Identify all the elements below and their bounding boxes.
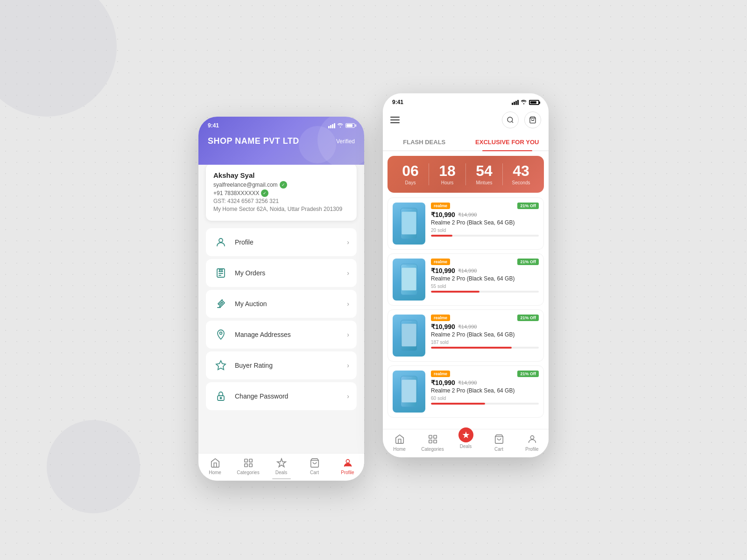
original-price-2: ₹14,990 <box>458 268 477 274</box>
hamburger-menu[interactable] <box>390 117 400 123</box>
status-bar-2: 9:41 <box>383 93 549 110</box>
product-image-1 <box>393 203 425 245</box>
progress-fill-4 <box>431 403 485 405</box>
current-price-2: ₹10,990 <box>431 267 455 274</box>
tabs-row: FLASH DEALS EXCLUSIVE FOR YOU <box>383 134 549 151</box>
search-icon <box>507 116 514 124</box>
nav-deals-1[interactable]: Deals <box>265 457 298 475</box>
tab-flash-deals[interactable]: FLASH DEALS <box>383 134 466 150</box>
arrow-icon-rating: › <box>347 362 349 369</box>
phone1-header: 9:41 SHOP NAME <box>198 117 364 165</box>
home-icon-1 <box>210 457 221 469</box>
product-info-3: realme 21% Off ₹10,990 ₹14,990 Realme 2 … <box>431 315 539 349</box>
battery-fill <box>346 124 352 127</box>
original-price-1: ₹14,990 <box>458 212 477 218</box>
product-card-3[interactable]: realme 21% Off ₹10,990 ₹14,990 Realme 2 … <box>388 309 544 362</box>
arrow-icon-orders: › <box>347 269 349 277</box>
menu-item-profile[interactable]: Profile › <box>206 228 357 256</box>
deals-icon-1 <box>276 457 287 469</box>
svg-rect-9 <box>249 464 252 467</box>
minutes-value: 54 <box>466 163 502 178</box>
addresses-icon <box>213 327 228 342</box>
user-phone: +91 7838XXXXXX ✓ <box>213 189 349 197</box>
nav-categories-1[interactable]: Categories <box>232 457 265 475</box>
nav-home-1[interactable]: Home <box>198 457 232 475</box>
nav-home-2[interactable]: Home <box>383 433 416 452</box>
nav-label-profile-1: Profile <box>341 470 354 475</box>
svg-point-11 <box>346 460 349 463</box>
svg-rect-22 <box>402 324 416 347</box>
svg-rect-19 <box>402 268 416 291</box>
menu-label-profile: Profile <box>235 238 340 246</box>
nav-label-deals-2: Deals <box>460 444 472 449</box>
email-verified-icon: ✓ <box>280 181 287 189</box>
seconds-value: 43 <box>503 163 539 178</box>
phone2-topbar <box>383 110 549 134</box>
tab-exclusive-for-you[interactable]: EXCLUSIVE FOR YOU <box>466 134 549 150</box>
current-price-1: ₹10,990 <box>431 211 455 218</box>
menu-item-password[interactable]: Change Password › <box>206 382 357 410</box>
product-price-4: ₹10,990 ₹14,990 <box>431 379 539 386</box>
progress-fill-3 <box>431 347 512 349</box>
brand-badge-1: realme <box>431 203 450 209</box>
phone-verified-icon: ✓ <box>261 189 268 197</box>
brand-badge-4: realme <box>431 371 450 377</box>
menu-item-addresses[interactable]: Manage Addresses › <box>206 321 357 349</box>
product-price-2: ₹10,990 ₹14,990 <box>431 267 539 274</box>
product-tags-1: realme 21% Off <box>431 203 539 209</box>
menu-item-orders[interactable]: My Orders › <box>206 259 357 287</box>
nav-label-profile-2: Profile <box>525 447 538 452</box>
nav-profile-1[interactable]: Profile <box>331 457 364 475</box>
arrow-icon-password: › <box>347 392 349 400</box>
product-card-2[interactable]: realme 21% Off ₹10,990 ₹14,990 Realme 2 … <box>388 253 544 306</box>
nav-cart-2[interactable]: Cart <box>482 433 515 452</box>
menu-label-password: Change Password <box>235 392 340 400</box>
current-price-4: ₹10,990 <box>431 379 455 386</box>
nav-label-cart-1: Cart <box>310 470 319 475</box>
product-image-3 <box>393 315 425 357</box>
categories-icon-1 <box>243 457 254 469</box>
nav-categories-2[interactable]: Categories <box>416 433 449 452</box>
svg-rect-8 <box>244 464 247 467</box>
countdown-hours: 18 Hours <box>429 163 465 185</box>
progress-bar-3 <box>431 347 539 349</box>
user-email: syalfreelance@gmail.com ✓ <box>213 181 349 189</box>
svg-rect-30 <box>433 440 436 443</box>
user-gst: GST: 4324 6567 3256 321 <box>213 198 349 204</box>
products-list: realme 21% Off ₹10,990 ₹14,990 Realme 2 … <box>383 197 549 435</box>
svg-rect-23 <box>406 321 412 322</box>
product-card-1[interactable]: realme 21% Off ₹10,990 ₹14,990 Realme 2 … <box>388 197 544 250</box>
product-tags-3: realme 21% Off <box>431 315 539 321</box>
menu-item-rating[interactable]: Buyer Rating › <box>206 351 357 379</box>
menu-label-orders: My Orders <box>235 269 340 277</box>
product-tags-4: realme 21% Off <box>431 371 539 377</box>
svg-rect-28 <box>433 435 436 438</box>
svg-rect-25 <box>402 380 416 403</box>
sold-info-2: 55 sold <box>431 284 539 289</box>
menu-list: Profile › My Orders › <box>198 221 364 418</box>
categories-icon-2 <box>427 433 439 445</box>
svg-line-13 <box>512 121 513 123</box>
product-card-4[interactable]: realme 21% Off ₹10,990 ₹14,990 Realme 2 … <box>388 365 544 418</box>
svg-point-12 <box>507 117 513 122</box>
nav-label-deals-1: Deals <box>275 470 288 475</box>
svg-rect-20 <box>406 265 412 266</box>
product-name-4: Realme 2 Pro (Black Sea, 64 GB) <box>431 387 539 394</box>
user-info-card: Akshay Syal syalfreelance@gmail.com ✓ +9… <box>206 164 357 221</box>
product-name-2: Realme 2 Pro (Black Sea, 64 GB) <box>431 275 539 282</box>
product-info-2: realme 21% Off ₹10,990 ₹14,990 Realme 2 … <box>431 259 539 293</box>
product-price-1: ₹10,990 ₹14,990 <box>431 211 539 218</box>
nav-profile-2[interactable]: Profile <box>515 433 549 452</box>
nav-cart-1[interactable]: Cart <box>298 457 331 475</box>
profile-icon <box>213 235 228 250</box>
wifi-icon-2 <box>521 99 527 106</box>
header-deco-circle-2 <box>299 126 336 163</box>
svg-rect-16 <box>402 212 416 235</box>
sold-info-3: 187 sold <box>431 340 539 345</box>
phone1-profile: 9:41 SHOP NAME <box>198 117 364 481</box>
nav-deals-2[interactable]: Deals <box>449 433 482 452</box>
search-button[interactable] <box>502 112 519 128</box>
menu-item-auction[interactable]: My Auction › <box>206 290 357 318</box>
bag-button[interactable] <box>524 112 541 128</box>
sold-info-1: 20 sold <box>431 228 539 233</box>
